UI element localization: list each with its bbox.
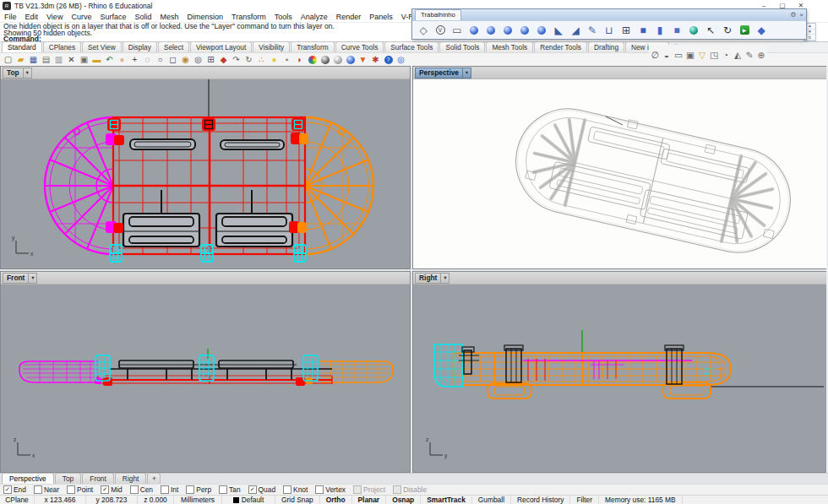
osnap-toggle[interactable]: Knot — [283, 485, 308, 494]
right-viewport-canvas[interactable]: zy — [413, 285, 827, 473]
pen-icon[interactable]: ✎ — [584, 23, 601, 38]
color-wheel-icon[interactable] — [306, 54, 319, 66]
annotate-pen-icon[interactable]: ✎ — [744, 49, 755, 61]
osnap-toggle[interactable]: Mid — [101, 485, 123, 494]
toolbar-tab[interactable]: Visibility — [253, 41, 290, 52]
zoom-plus-icon[interactable]: ⊕ — [755, 49, 767, 61]
status-toggle[interactable]: Filter — [570, 496, 599, 504]
toolbar-tab[interactable]: Drafting — [588, 41, 624, 52]
viewport-layout-icon[interactable]: ⊞ — [204, 54, 217, 66]
layer-icon[interactable]: ◗ — [293, 54, 306, 66]
zoom-dynamic-icon[interactable]: ○ — [154, 54, 166, 66]
menu-item[interactable]: Analyze — [297, 13, 332, 21]
osnap-checkbox[interactable] — [67, 485, 75, 494]
osnap-checkbox[interactable] — [353, 485, 362, 494]
viewport-right-label[interactable]: Right — [415, 273, 441, 284]
toolbar-tab[interactable]: Viewport Layout — [190, 41, 252, 52]
render-teapot-icon[interactable]: ◒ — [661, 49, 673, 61]
menu-item[interactable]: Curve — [67, 13, 95, 21]
toolbar-tab[interactable]: Display — [123, 41, 157, 52]
polyline-icon[interactable]: ◇ — [415, 23, 432, 38]
vray-swirl-icon[interactable]: ◎ — [395, 54, 407, 66]
menu-item[interactable]: Mesh — [155, 13, 182, 21]
osnap-toggle[interactable]: Disable — [393, 485, 427, 494]
export-icon[interactable]: ▥ — [52, 54, 65, 66]
window-icon[interactable]: ▭ — [449, 23, 466, 38]
status-toggle[interactable]: Planar — [352, 496, 387, 504]
osnap-toggle[interactable]: Cen — [130, 485, 153, 494]
viewport-top-dropdown-icon[interactable]: ▼ — [24, 68, 32, 79]
osnap-toggle[interactable]: Point — [67, 485, 93, 494]
viewport-tab[interactable]: Top — [55, 473, 82, 484]
osnap-toggle[interactable]: Vertex — [315, 485, 346, 494]
osnap-checkbox[interactable] — [283, 485, 291, 494]
toolbar-tab[interactable]: Render Tools — [534, 41, 587, 52]
osnap-toggle[interactable]: Perp — [186, 485, 211, 494]
toolbar-tab[interactable]: Solid Tools — [439, 41, 485, 52]
viewport-right[interactable]: Right ▼ — [412, 271, 828, 473]
osnap-checkbox[interactable] — [34, 485, 42, 494]
osnap-checkbox[interactable] — [315, 485, 324, 494]
new-file-icon[interactable]: ▢ — [2, 54, 14, 66]
play-icon[interactable] — [736, 23, 753, 38]
help-icon[interactable] — [382, 54, 395, 66]
menu-item[interactable]: Solid — [130, 13, 155, 21]
sun-study-icon[interactable]: ◔ — [720, 49, 732, 61]
floating-toolbar[interactable]: Trabalhinho ⚙ × ◇V▭◣◢✎⊔⊞■▮■↖↻◆ — [411, 8, 807, 40]
box-icon[interactable]: ■ — [635, 23, 651, 38]
open-file-icon[interactable]: ▰ — [14, 54, 27, 66]
perspective-viewport-canvas[interactable] — [413, 79, 827, 269]
top-viewport-canvas[interactable]: yx — [1, 79, 410, 269]
clamp-left-icon[interactable]: ◣ — [550, 23, 567, 38]
floating-toolbar-titlebar[interactable]: Trabalhinho ⚙ × — [412, 9, 806, 20]
toolbar-tab[interactable]: Mesh Tools — [486, 41, 533, 52]
status-toggle[interactable]: SmartTrack — [421, 496, 472, 504]
osnap-checkbox[interactable] — [3, 485, 12, 494]
viewport-tab[interactable]: Right — [115, 473, 147, 484]
osnap-toggle[interactable]: Int — [161, 485, 178, 494]
viewport-top[interactable]: Top ▼ — [0, 66, 411, 269]
viewport-right-dropdown-icon[interactable]: ▼ — [441, 273, 449, 284]
toolbar-tab[interactable]: Set View — [82, 41, 122, 52]
zoom-extents-icon[interactable]: ◎ — [192, 54, 204, 66]
selection-filter-icon[interactable]: ▽ — [696, 49, 708, 61]
viewport-front[interactable]: Front ▼ — [0, 271, 411, 473]
status-toggle[interactable]: Grid Snap — [275, 496, 320, 504]
delete-icon[interactable]: ✕ — [65, 54, 78, 66]
osnap-checkbox[interactable] — [161, 485, 169, 494]
osnap-checkbox[interactable] — [186, 485, 194, 494]
globe-icon[interactable] — [685, 23, 702, 38]
osnap-checkbox[interactable] — [219, 485, 227, 494]
status-toggle[interactable]: Osnap — [386, 496, 421, 504]
grid-table-icon[interactable]: ⊞ — [618, 23, 635, 38]
toolbar-tab[interactable]: CPlanes — [43, 41, 81, 52]
front-viewport-canvas[interactable]: zx — [1, 285, 410, 473]
toolbar-tab[interactable]: Standard — [2, 41, 42, 52]
menu-item[interactable]: Transform — [227, 13, 270, 21]
pan-hand-icon[interactable]: ● — [116, 54, 128, 66]
named-view-icon[interactable]: ◆ — [217, 54, 230, 66]
floating-toolbar-tab[interactable]: Trabalhinho — [415, 9, 461, 20]
toolbar-tab[interactable]: Transform — [291, 41, 335, 52]
ghosted-sphere-icon[interactable] — [331, 54, 344, 66]
status-toggle[interactable]: Gumball — [472, 496, 511, 504]
layer-indicator[interactable]: Default — [222, 496, 275, 504]
menu-item[interactable]: Edit — [21, 13, 43, 21]
menu-item[interactable]: Dimension — [182, 13, 227, 21]
toolbar-tab[interactable]: Surface Tools — [384, 41, 439, 52]
sphere-scale-icon[interactable] — [499, 23, 516, 38]
lock-icon[interactable]: ▪ — [281, 54, 293, 66]
viewport-perspective-dropdown-icon[interactable]: ▼ — [463, 68, 471, 79]
lamp-icon[interactable]: ● — [268, 54, 281, 66]
dim-bracket-icon[interactable]: ⊔ — [601, 23, 618, 38]
toolbar-tab[interactable]: Select — [158, 41, 189, 52]
viewport-right-titlebar[interactable]: Right ▼ — [413, 272, 827, 285]
shaded-sphere-icon[interactable] — [319, 54, 331, 66]
revolve-arrow-icon[interactable]: ↻ — [719, 23, 736, 38]
units-indicator[interactable]: Millimeters — [174, 496, 222, 504]
toolbar-tab[interactable]: Curve Tools — [335, 41, 384, 52]
render-window-icon[interactable]: ▭ — [673, 49, 684, 61]
spotlight-icon[interactable]: ∴ — [255, 54, 268, 66]
viewport-front-titlebar[interactable]: Front ▼ — [1, 272, 410, 285]
osnap-toggle[interactable]: Project — [353, 485, 385, 494]
